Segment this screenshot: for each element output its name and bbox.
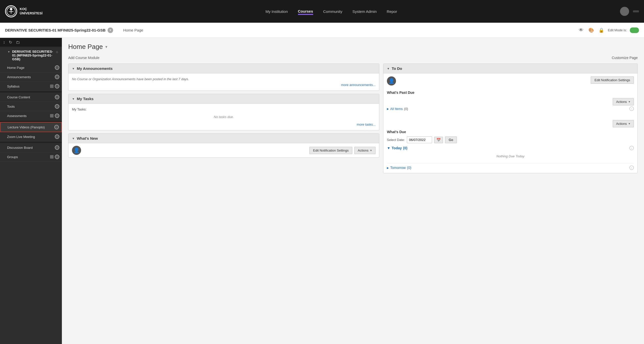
sidebar-sq-icon-9 <box>50 155 54 159</box>
preview-icon[interactable]: 👁 <box>578 27 585 34</box>
today-circle-arrow[interactable]: › <box>629 146 634 150</box>
calendar-icon-button[interactable]: 📅 <box>434 137 443 143</box>
sidebar-item-discussion-board[interactable]: Discussion Board <box>0 143 62 152</box>
lock-icon[interactable]: 🔒 <box>598 27 605 34</box>
sidebar-item-icon-0 <box>55 65 59 70</box>
date-label: Select Date: <box>387 138 405 142</box>
sidebar-item-home-page[interactable]: Home Page <box>0 63 62 72</box>
whats-new-header: ▼ What's New <box>68 134 379 143</box>
tomorrow-row: ▶ Tomorrow (0) › <box>387 163 634 170</box>
all-items-link[interactable]: ▶ All Items (0) <box>387 107 408 111</box>
sidebar-item-icon-1 <box>55 75 59 79</box>
nav-reports[interactable]: Repor <box>387 8 397 15</box>
past-due-caret: ▼ <box>628 100 631 103</box>
sidebar-item-syllabus[interactable]: Syllabus <box>0 82 62 91</box>
whats-new-edit-notif-button[interactable]: Edit Notification Settings <box>309 147 353 154</box>
announcements-more-link[interactable]: more announcements... <box>72 83 376 87</box>
course-title-text: DERIVATIVE SECURITIES-01 MFIN825-Spring2… <box>5 28 106 32</box>
whats-new-module: ▼ What's New 👤 Edit Notification Setting… <box>68 133 379 158</box>
whats-new-footer-row: 👤 Edit Notification Settings Actions ▼ <box>72 146 376 155</box>
nav-my-institution[interactable]: My Institution <box>265 8 288 15</box>
palette-icon[interactable]: 🎨 <box>588 27 595 34</box>
sidebar-home-icon[interactable]: ⌂ <box>56 50 58 54</box>
add-module-button[interactable]: Add Course Module <box>68 56 100 60</box>
nav-courses[interactable]: Courses <box>298 8 313 15</box>
two-col-layout: ▼ My Announcements No Course or Organiza… <box>68 64 638 173</box>
past-due-actions-button[interactable]: Actions ▼ <box>613 98 634 105</box>
today-link[interactable]: ▼ Today (0) <box>387 146 407 150</box>
whats-new-actions: Edit Notification Settings Actions ▼ <box>309 147 376 154</box>
sidebar-item-icon-5 <box>55 113 59 118</box>
whats-new-avatar: 👤 <box>72 146 81 155</box>
tasks-label: My Tasks: <box>72 107 376 111</box>
nav-right <box>620 7 639 16</box>
header-tools: 👁 🎨 🔒 Edit Mode is: <box>578 27 639 34</box>
todo-title: To Do <box>392 66 402 71</box>
tomorrow-link[interactable]: ▶ Tomorrow (0) <box>387 166 411 170</box>
todo-collapse[interactable]: ▼ <box>387 67 390 70</box>
nav-links: My Institution Courses Community System … <box>265 8 397 15</box>
sidebar-item-announcements[interactable]: Announcements <box>0 72 62 82</box>
avatar-icon: 👤 <box>73 147 80 153</box>
tasks-more-link[interactable]: more tasks... <box>72 123 376 126</box>
sidebar-item-icon-9 <box>55 155 59 159</box>
nav-system-admin[interactable]: System Admin <box>352 8 377 15</box>
user-name-top[interactable] <box>633 10 639 12</box>
sync-icon[interactable]: ↻ <box>9 40 12 45</box>
whats-past-due-label: What's Past Due <box>387 91 414 95</box>
go-button[interactable]: Go <box>445 136 457 143</box>
date-input[interactable] <box>407 136 432 143</box>
nav-community[interactable]: Community <box>323 8 342 15</box>
all-items-circle-arrow[interactable]: › <box>629 106 634 111</box>
page-title-row: Home Page ▾ <box>68 43 638 51</box>
due-actions-button[interactable]: Actions ▼ <box>613 120 634 127</box>
all-items-count: (0) <box>404 107 408 111</box>
tasks-module: ▼ My Tasks My Tasks: No tasks due. more … <box>68 94 379 130</box>
today-header: ▼ Today (0) › <box>387 146 634 150</box>
course-title-chevron[interactable]: ▼ <box>108 27 113 33</box>
sidebar-item-zoom[interactable]: Zoom Live Meeting <box>0 132 62 141</box>
sidebar-sq-icon-2 <box>50 84 54 88</box>
todo-header: ▼ To Do <box>383 64 637 73</box>
announcements-collapse[interactable]: ▼ <box>72 67 75 70</box>
sidebar-sq-icon-5 <box>50 114 54 118</box>
todo-edit-notif-button[interactable]: Edit Notification Settings <box>591 76 634 84</box>
sidebar-item-right-5 <box>50 113 59 118</box>
whats-new-collapse[interactable]: ▼ <box>72 137 75 140</box>
main-layout: ↕ ↻ 🗀 ▼ DERIVATIVE SECURITIES-01 (MFIN82… <box>0 38 644 344</box>
refresh-icon[interactable]: ↕ <box>3 40 5 45</box>
whats-new-body: 👤 Edit Notification Settings Actions ▼ <box>68 143 379 157</box>
todo-module: ▼ To Do 👤 Edit Notification Settings <box>383 64 638 173</box>
university-logo <box>5 5 17 17</box>
edit-mode-label: Edit Mode is: <box>608 28 627 32</box>
whats-due-row <box>387 114 634 118</box>
due-actions-row: Actions ▼ <box>387 120 634 127</box>
sidebar-item-tools[interactable]: Tools <box>0 102 62 111</box>
left-col: ▼ My Announcements No Course or Organiza… <box>68 64 379 173</box>
announcements-body: No Course or Organization Announcements … <box>68 73 379 91</box>
sidebar-collapse-icon[interactable]: ▼ <box>8 50 10 53</box>
sidebar-item-course-content[interactable]: Course Content <box>0 93 62 102</box>
due-caret: ▼ <box>628 122 631 125</box>
tomorrow-triangle: ▶ <box>387 166 389 169</box>
folder-icon[interactable]: 🗀 <box>16 40 20 45</box>
sidebar-item-groups[interactable]: Groups <box>0 152 62 162</box>
whats-new-actions-button[interactable]: Actions ▼ <box>354 147 376 154</box>
action-bar: Add Course Module Customize Page <box>68 56 638 60</box>
sidebar-course-name: ▼ DERIVATIVE SECURITIES-01 (MFIN825-Spri… <box>0 47 62 63</box>
all-items-expand: ▶ <box>387 107 389 110</box>
page-title-chevron[interactable]: ▾ <box>105 44 107 49</box>
tasks-no-tasks: No tasks due. <box>72 115 376 119</box>
whats-past-due-row: What's Past Due <box>387 88 634 96</box>
sidebar-item-lecture-videos[interactable]: Lecture Videos (Panopto) <box>0 122 62 132</box>
content-area: Home Page ▾ Add Course Module Customize … <box>62 38 644 344</box>
tomorrow-circle-arrow[interactable]: › <box>629 165 634 170</box>
tasks-collapse[interactable]: ▼ <box>72 97 75 100</box>
edit-mode-toggle[interactable] <box>630 27 639 33</box>
sidebar-item-assessments[interactable]: Assessments <box>0 111 62 121</box>
sidebar-item-right-2 <box>50 84 59 89</box>
whats-new-title: What's New <box>77 136 98 140</box>
past-due-actions-row: Actions ▼ <box>387 98 634 105</box>
customize-page-button[interactable]: Customize Page <box>612 56 638 60</box>
user-avatar-top[interactable] <box>620 7 629 16</box>
